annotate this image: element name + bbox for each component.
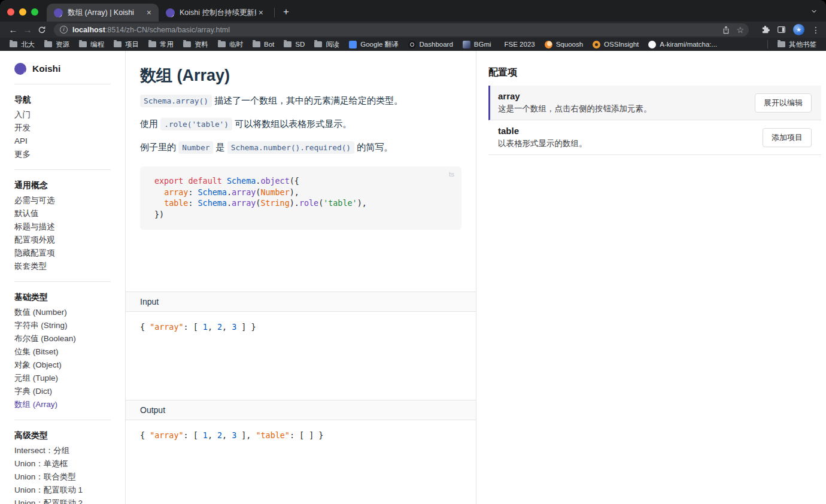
config-action-button[interactable]: 添加项目: [763, 128, 812, 147]
bookmark-label: Squoosh: [556, 41, 583, 48]
code-token: [222, 177, 227, 186]
code-token: Schema: [227, 177, 256, 186]
bookmark-item[interactable]: 阅读: [309, 39, 344, 50]
code-line: array: Schema.array(Number),: [154, 187, 452, 199]
sidebar-item[interactable]: 隐藏配置项: [14, 247, 111, 260]
minimize-window-button[interactable]: [19, 8, 26, 16]
bookmark-item[interactable]: 编程: [74, 39, 109, 50]
bookmark-item[interactable]: 项目: [109, 39, 144, 50]
sidebar-item[interactable]: Intersect：分组: [14, 444, 111, 457]
bookmark-item[interactable]: Dashboard: [403, 40, 458, 50]
sidebar-item[interactable]: 开发: [14, 122, 111, 135]
sidebar-item[interactable]: 位集 (Bitset): [14, 345, 111, 359]
sidebar-item[interactable]: Union：单选框: [14, 457, 111, 470]
bookmark-star-icon[interactable]: ☆: [736, 25, 744, 35]
sidebar-item[interactable]: 对象 (Object): [14, 359, 111, 372]
bookmark-label: SD: [295, 41, 305, 48]
bookmark-item[interactable]: Bot: [248, 40, 279, 49]
bookmark-item[interactable]: Google 翻译: [344, 39, 403, 50]
sidebar-item[interactable]: Union：配置联动 1: [14, 484, 111, 497]
bookmark-item[interactable]: Squoosh: [540, 40, 588, 50]
sidebar-item[interactable]: 元组 (Tuple): [14, 372, 111, 385]
bookmark-item[interactable]: FSE 2023: [496, 40, 540, 49]
docs-sidebar: Koishi 导航 入门 开发 API: [0, 51, 126, 504]
sidebar-item[interactable]: 必需与可选: [14, 194, 111, 207]
reload-button[interactable]: [35, 26, 49, 34]
folder-icon: [79, 41, 87, 47]
folder-icon: [218, 41, 226, 47]
tab-close-icon[interactable]: ×: [144, 8, 154, 17]
folder-icon: [253, 41, 260, 47]
sidebar-item[interactable]: Union：配置联动 2: [14, 497, 111, 504]
fullscreen-window-button[interactable]: [31, 8, 38, 16]
squoosh-icon: [545, 41, 552, 48]
sidebar-item[interactable]: 布尔值 (Boolean): [14, 332, 111, 345]
json-token: ],: [236, 431, 256, 440]
sidebar-item[interactable]: 标题与描述: [14, 220, 111, 233]
site-info-icon[interactable]: i: [60, 26, 68, 34]
sidebar-item[interactable]: 嵌套类型: [14, 260, 111, 273]
json-token: : [ ] }: [290, 431, 323, 440]
page-content: Koishi 导航 入门 开发 API: [0, 51, 826, 504]
bookmark-item[interactable]: 北大: [5, 39, 40, 50]
forward-button[interactable]: →: [20, 25, 35, 35]
sidebar-item[interactable]: 数组 (Array): [14, 398, 111, 411]
sidebar-item[interactable]: API: [14, 135, 111, 148]
tab-strip: 数组 (Array) | Koishi × Koishi 控制台持续更新贴 - …: [0, 0, 826, 22]
new-tab-button[interactable]: +: [278, 5, 294, 19]
doc-paragraphs: Schema.array() 描述了一个数组，其中的元素满足给定的类型。 使用 …: [140, 93, 461, 155]
browser-tab[interactable]: 数组 (Array) | Koishi ×: [47, 4, 159, 22]
input-section: Input { "array": [ 1, 2, 3 ] }: [126, 292, 476, 400]
side-panel-icon[interactable]: [777, 25, 786, 34]
code-token: object: [260, 177, 289, 186]
browser-tab[interactable]: Koishi 控制台持续更新贴 - 官方 ×: [159, 4, 271, 22]
extensions-puzzle-icon[interactable]: [761, 25, 770, 34]
bookmark-label: OSSInsight: [604, 41, 639, 48]
sidebar-item[interactable]: Union：联合类型: [14, 470, 111, 484]
config-action-button[interactable]: 展开以编辑: [755, 93, 812, 113]
bookmark-label: 项目: [125, 40, 139, 49]
output-json: { "array": [ 1, 2, 3 ], "table": [ ] }: [126, 420, 476, 451]
folder-icon: [114, 41, 122, 47]
code-line: table: Schema.array(String).role('table'…: [154, 198, 452, 210]
bookmark-item[interactable]: OSSInsight: [588, 40, 643, 50]
text-segment: Number: [178, 141, 213, 154]
sidebar-item[interactable]: 更多: [14, 148, 111, 161]
back-button[interactable]: ←: [6, 25, 20, 35]
bookmark-item[interactable]: 资料: [178, 39, 213, 50]
sidebar-item[interactable]: 配置项外观: [14, 233, 111, 247]
other-bookmarks-button[interactable]: 其他书签: [773, 39, 821, 50]
sidebar-item[interactable]: 字符串 (String): [14, 319, 111, 332]
brand-header[interactable]: Koishi: [14, 59, 111, 84]
code-token: export: [154, 177, 183, 186]
code-token: .: [227, 188, 232, 197]
bookmark-item[interactable]: A-kirami/matcha:...: [643, 40, 722, 50]
browser-window: 数组 (Array) | Koishi × Koishi 控制台持续更新贴 - …: [0, 0, 826, 504]
share-icon[interactable]: [722, 26, 730, 34]
bookmark-item[interactable]: 临时: [213, 39, 248, 50]
sidebar-item[interactable]: 默认值: [14, 207, 111, 220]
profile-avatar[interactable]: ★: [793, 24, 804, 35]
bookmark-item[interactable]: 资源: [40, 39, 74, 50]
output-section: Output { "array": [ 1, 2, 3 ], "table": …: [126, 400, 476, 451]
bookmark-item[interactable]: 常用: [144, 39, 178, 50]
text-segment: Schema.array(): [140, 95, 212, 107]
chevron-down-icon[interactable]: [810, 7, 818, 17]
folder-icon: [284, 41, 291, 47]
bookmark-item[interactable]: BGmi: [458, 40, 496, 50]
code-lines: export default Schema.object({ array: Sc…: [154, 176, 452, 220]
sidebar-section-title: 导航: [14, 92, 111, 108]
json-token: 1: [203, 431, 208, 440]
sidebar-item[interactable]: 字典 (Dict): [14, 385, 111, 398]
tab-close-icon[interactable]: ×: [256, 8, 266, 17]
close-window-button[interactable]: [7, 8, 14, 16]
page-title: 数组 (Array): [140, 66, 461, 85]
address-bar[interactable]: i localhost:8514/zh-CN/schema/basic/arra…: [54, 23, 749, 37]
tab-title: 数组 (Array) | Koishi: [68, 8, 144, 18]
url-path: :8514/zh-CN/schema/basic/array.html: [105, 26, 230, 34]
sidebar-item[interactable]: 数值 (Number): [14, 306, 111, 319]
sidebar-item[interactable]: 入门: [14, 108, 111, 122]
config-item-description: 这是一个数组，点击右侧的按钮添加元素。: [498, 104, 652, 114]
browser-menu-icon[interactable]: ⋮: [812, 25, 820, 35]
bookmark-item[interactable]: SD: [279, 40, 309, 49]
